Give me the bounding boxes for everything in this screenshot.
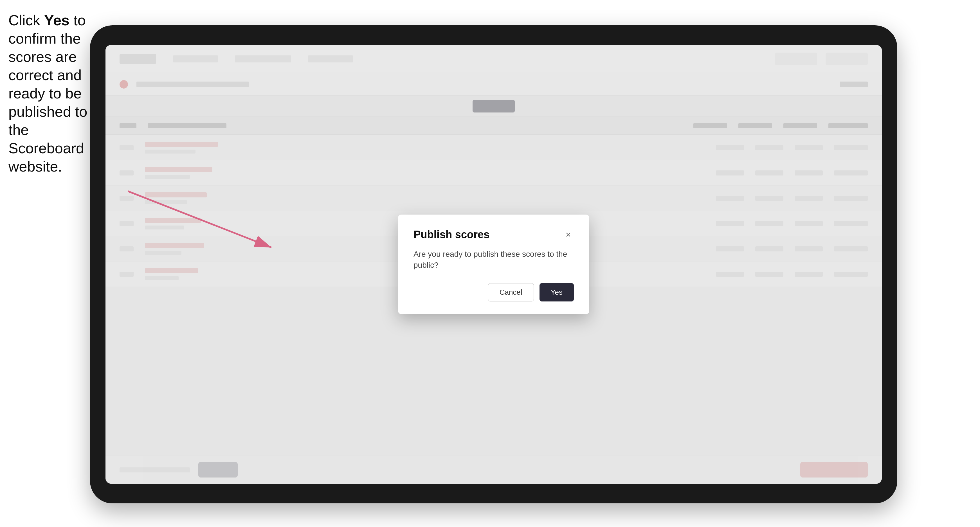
close-icon: × xyxy=(566,230,571,240)
modal-title: Publish scores xyxy=(414,229,490,241)
tablet-screen: Publish scores × Are you ready to publis… xyxy=(105,45,882,484)
instruction-text: Click Yes to confirm the scores are corr… xyxy=(8,11,90,176)
tablet-device: Publish scores × Are you ready to publis… xyxy=(90,25,897,503)
modal-header: Publish scores × xyxy=(414,229,574,241)
instruction-bold: Yes xyxy=(44,12,70,29)
cancel-button[interactable]: Cancel xyxy=(488,283,534,302)
modal-overlay: Publish scores × Are you ready to publis… xyxy=(105,45,882,484)
modal-close-button[interactable]: × xyxy=(563,229,574,240)
yes-button[interactable]: Yes xyxy=(539,283,574,302)
publish-scores-modal: Publish scores × Are you ready to publis… xyxy=(398,214,589,314)
modal-body-text: Are you ready to publish these scores to… xyxy=(414,249,574,270)
modal-footer: Cancel Yes xyxy=(414,283,574,302)
